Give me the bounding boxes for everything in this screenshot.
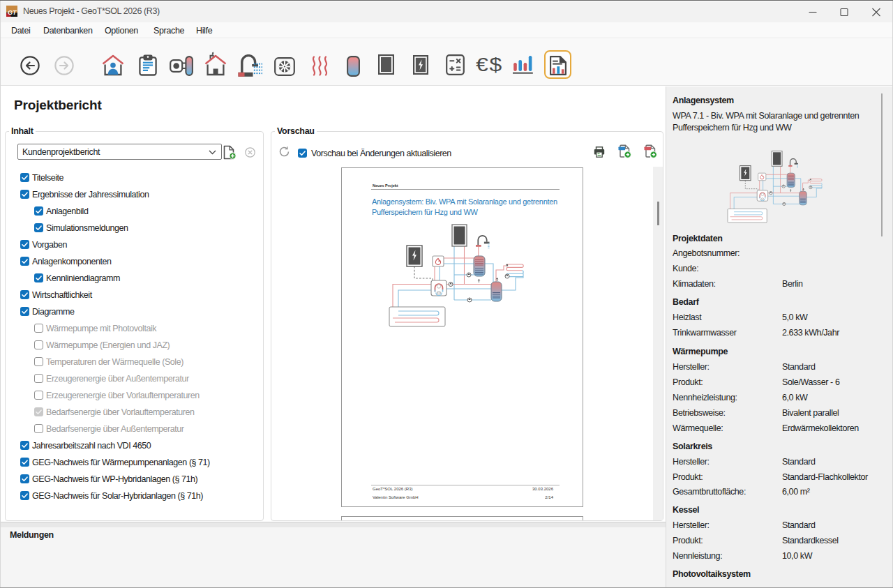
svg-text:GT: GT	[8, 9, 17, 16]
